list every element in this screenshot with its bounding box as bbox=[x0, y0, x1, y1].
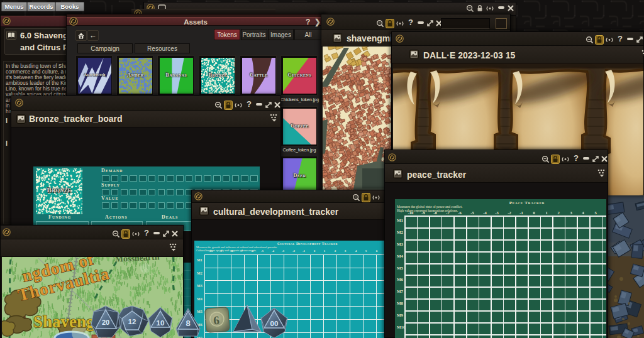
svg-text:12: 12 bbox=[128, 318, 136, 325]
svg-text:8: 8 bbox=[186, 319, 190, 328]
svg-text:6: 6 bbox=[213, 313, 220, 327]
svg-text:10: 10 bbox=[157, 319, 165, 327]
svg-text:00: 00 bbox=[270, 320, 279, 327]
svg-text:20: 20 bbox=[102, 319, 109, 326]
